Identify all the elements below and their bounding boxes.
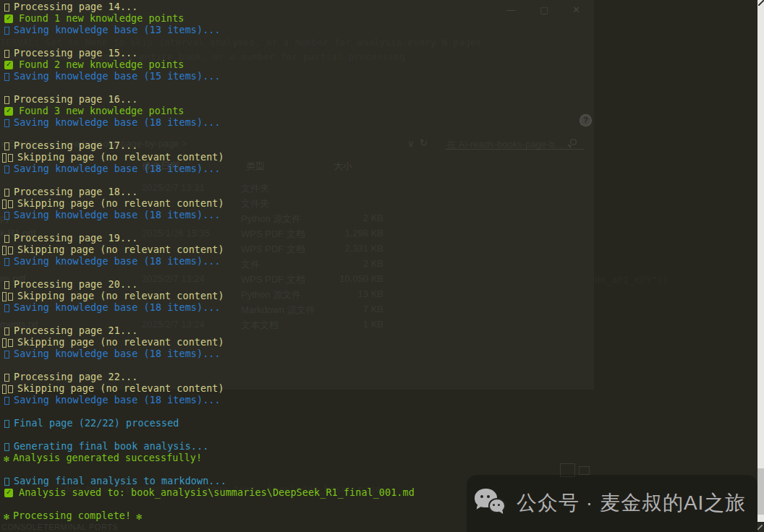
terminal-line: Processing page 14... bbox=[2, 1, 757, 13]
terminal-line bbox=[2, 406, 757, 418]
terminal-line-text: Processing page 20... bbox=[14, 279, 137, 291]
terminal-line-text: Processing page 21... bbox=[14, 325, 137, 337]
terminal-line: Processing page 15... bbox=[2, 48, 757, 59]
terminal-line: Found 1 new knowledge points bbox=[2, 13, 757, 25]
book-glyph-icon bbox=[4, 327, 9, 335]
terminal-line: Skipping page (no relevant content) bbox=[2, 244, 757, 256]
terminal-line: Saving knowledge base (18 items)... bbox=[2, 117, 757, 129]
terminal-line: Skipping page (no relevant content) bbox=[2, 337, 757, 348]
scrollbar-top-mark bbox=[758, 0, 764, 6]
book-glyph-icon bbox=[8, 385, 13, 393]
terminal-line: Found 2 new knowledge points bbox=[2, 59, 757, 71]
book-glyph-icon bbox=[4, 374, 9, 382]
book-glyph-icon bbox=[4, 73, 9, 81]
scrollbar-track[interactable] bbox=[757, 0, 764, 532]
book-glyph-icon bbox=[4, 119, 9, 127]
status-icon bbox=[4, 61, 13, 69]
terminal-line: Skipping page (no relevant content) bbox=[2, 291, 757, 302]
status-icon bbox=[2, 385, 7, 394]
status-icon bbox=[2, 292, 7, 301]
terminal-line-text: Saving knowledge base (18 items)... bbox=[14, 395, 221, 406]
book-glyph-icon bbox=[4, 4, 9, 12]
terminal-line: Final page (22/22) processed bbox=[2, 418, 757, 429]
book-glyph-icon bbox=[4, 478, 9, 486]
terminal-line-text: Saving knowledge base (18 items)... bbox=[14, 256, 221, 267]
terminal-line-text: Found 3 new knowledge points bbox=[19, 106, 184, 117]
terminal-line: Processing page 16... bbox=[2, 94, 757, 106]
terminal-line: Processing page 22... bbox=[2, 372, 757, 383]
terminal-line-text: Skipping page (no relevant content) bbox=[17, 383, 224, 395]
status-icon bbox=[2, 153, 7, 163]
terminal-line-text: Saving knowledge base (15 items)... bbox=[14, 71, 221, 82]
terminal-line bbox=[2, 267, 757, 279]
terminal-line: Skipping page (no relevant content) bbox=[2, 198, 757, 210]
terminal-line: Processing page 21... bbox=[2, 325, 757, 337]
terminal-line: Saving knowledge base (15 items)... bbox=[2, 71, 757, 82]
terminal-line: Saving knowledge base (18 items)... bbox=[2, 210, 757, 221]
terminal-line-text: Processing complete! bbox=[13, 510, 131, 522]
watermark-text: 公众号 · 麦金叔的AI之旅 bbox=[517, 489, 746, 517]
terminal-line: Saving knowledge base (18 items)... bbox=[2, 163, 757, 175]
terminal-line: Found 3 new knowledge points bbox=[2, 106, 757, 117]
terminal-line-text: Skipping page (no relevant content) bbox=[17, 244, 224, 256]
terminal-line-text: Found 2 new knowledge points bbox=[19, 59, 184, 71]
book-glyph-icon bbox=[8, 200, 13, 208]
terminal-line-text: Processing page 16... bbox=[14, 94, 137, 106]
terminal-line bbox=[2, 360, 757, 372]
terminal-line-text: Skipping page (no relevant content) bbox=[17, 198, 224, 210]
status-icon bbox=[4, 107, 13, 116]
terminal-line: Skipping page (no relevant content) bbox=[2, 152, 757, 163]
terminal-line: Analysis generated successfully! bbox=[2, 452, 757, 464]
terminal-line-text: Saving knowledge base (18 items)... bbox=[14, 210, 221, 221]
wechat-bubble-small bbox=[488, 498, 506, 513]
book-glyph-icon bbox=[8, 339, 13, 347]
terminal-line-text: Found 1 new knowledge points bbox=[19, 13, 184, 25]
terminal-output: Processing page 14... Found 1 new knowle… bbox=[0, 0, 757, 532]
terminal-line-text: Processing page 17... bbox=[14, 140, 137, 152]
terminal-line bbox=[2, 429, 757, 441]
terminal-line bbox=[2, 464, 757, 476]
terminal-line: Processing page 19... bbox=[2, 233, 757, 244]
terminal-line: Processing page 17... bbox=[2, 140, 757, 152]
status-icon bbox=[4, 511, 9, 522]
watermark: 公众号 · 麦金叔的AI之旅 bbox=[475, 483, 757, 523]
terminal-line: Generating final book analysis... bbox=[2, 441, 757, 452]
terminal-line: Processing page 18... bbox=[2, 186, 757, 198]
terminal-line-text: Saving final analysis to markdown... bbox=[14, 476, 226, 487]
book-glyph-icon bbox=[4, 212, 9, 220]
terminal-line bbox=[2, 82, 757, 94]
terminal-line-text: Processing page 15... bbox=[14, 48, 137, 59]
terminal-line-text: Processing page 22... bbox=[14, 372, 137, 383]
screen: — ▢ ✕ ? e Sources > AI-reads-books-page-… bbox=[0, 0, 764, 532]
terminal-line: Saving knowledge base (13 items)... bbox=[2, 25, 757, 36]
terminal-line-text: Processing page 19... bbox=[14, 233, 137, 244]
terminal-line: Saving knowledge base (18 items)... bbox=[2, 348, 757, 360]
terminal-line-text: Saving knowledge base (13 items)... bbox=[14, 25, 221, 36]
terminal-line-text: Saving knowledge base (18 items)... bbox=[14, 302, 221, 314]
scrollbar-thumb[interactable] bbox=[757, 468, 764, 515]
terminal-line: Saving knowledge base (18 items)... bbox=[2, 256, 757, 267]
book-glyph-icon bbox=[4, 304, 9, 312]
terminal-line-text: Saving knowledge base (18 items)... bbox=[14, 163, 221, 175]
book-glyph-icon bbox=[4, 281, 9, 289]
sparkle-icon bbox=[136, 511, 142, 522]
book-glyph-icon bbox=[4, 27, 9, 35]
book-glyph-icon bbox=[8, 246, 13, 254]
status-icon bbox=[2, 338, 7, 348]
book-glyph-icon bbox=[4, 166, 9, 173]
terminal-line bbox=[2, 129, 757, 140]
book-glyph-icon bbox=[4, 351, 9, 359]
terminal-line-text: Generating final book analysis... bbox=[14, 441, 208, 452]
terminal-line: Processing page 20... bbox=[2, 279, 757, 291]
book-glyph-icon bbox=[4, 235, 9, 243]
terminal-line bbox=[2, 314, 757, 325]
status-icon bbox=[4, 14, 13, 23]
terminal-line bbox=[2, 221, 757, 233]
book-glyph-icon bbox=[4, 50, 9, 58]
terminal-line-text: Analysis saved to: book_analysis\summari… bbox=[19, 487, 415, 499]
status-icon bbox=[2, 200, 7, 209]
status-icon bbox=[2, 246, 7, 255]
book-glyph-icon bbox=[4, 96, 9, 104]
book-glyph-icon bbox=[4, 443, 9, 451]
book-glyph-icon bbox=[4, 189, 9, 197]
